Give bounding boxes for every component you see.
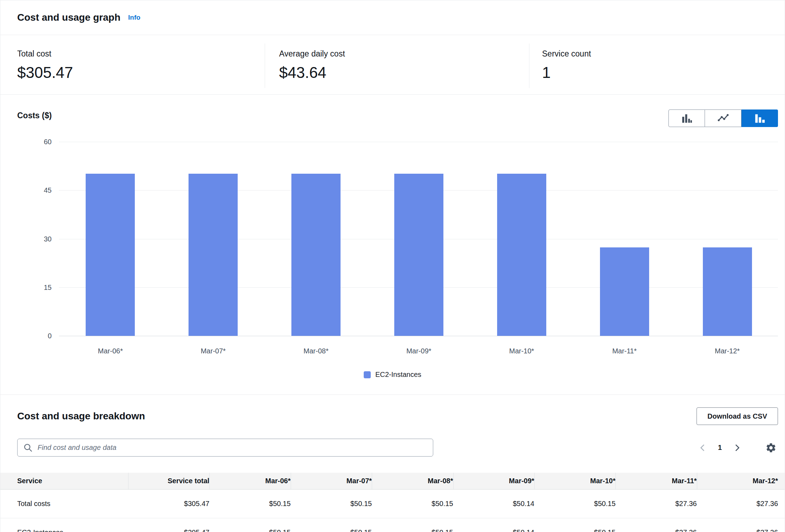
stat-label: Service count	[542, 49, 785, 59]
table-cell: $50.15	[291, 518, 372, 532]
table-body: Total costs$305.47$50.15$50.15$50.15$50.…	[0, 490, 785, 532]
y-axis-label: 30	[17, 235, 52, 243]
x-axis-label: Mar-08*	[265, 347, 368, 355]
table-cell: $50.15	[209, 490, 290, 518]
download-csv-button[interactable]: Download as CSV	[697, 407, 778, 425]
y-axis-label: 0	[17, 332, 52, 340]
chart-bar[interactable]	[703, 247, 752, 336]
chart-bar[interactable]	[394, 174, 443, 336]
table-cell: $27.36	[697, 490, 778, 518]
table-header-cell: Mar-12*	[697, 473, 778, 489]
stat-label: Total cost	[17, 49, 265, 59]
chart-bar[interactable]	[86, 174, 135, 336]
page-header: Cost and usage graph Info	[0, 0, 785, 35]
stats-row: Total cost $305.47 Average daily cost $4…	[0, 35, 785, 95]
table-cell: $27.36	[615, 490, 697, 518]
chart-legend[interactable]: EC2-Instances	[0, 371, 785, 379]
table-cell: Total costs	[17, 490, 128, 518]
table-cell: $50.15	[534, 490, 615, 518]
table-cell: EC2-Instances	[17, 518, 128, 532]
table-row: Total costs$305.47$50.15$50.15$50.15$50.…	[0, 490, 785, 518]
table-header-cell: Mar-07*	[291, 473, 372, 489]
current-page-number[interactable]: 1	[718, 444, 722, 452]
stat-value: 1	[542, 64, 785, 81]
table-cell: $50.15	[372, 490, 453, 518]
pagination: 1	[697, 441, 778, 455]
table-cell: $305.47	[128, 490, 209, 518]
chart-section: Costs ($)	[0, 95, 785, 395]
stat-value: $43.64	[279, 64, 529, 81]
chart-bar[interactable]	[600, 247, 649, 336]
chart-bar[interactable]	[189, 174, 238, 336]
stat-value: $305.47	[17, 64, 265, 81]
gear-icon	[765, 442, 777, 453]
chevron-left-icon	[698, 443, 707, 452]
cost-usage-table: ServiceService totalMar-06*Mar-07*Mar-08…	[0, 473, 785, 532]
stat-total-cost: Total cost $305.47	[0, 35, 265, 94]
table-header-cell: Mar-06*	[209, 473, 290, 489]
grid-line	[59, 142, 778, 142]
table-cell: $50.15	[372, 518, 453, 532]
table-header-cell: Service total	[128, 473, 209, 489]
stat-label: Average daily cost	[279, 49, 529, 59]
chart-bar[interactable]	[497, 174, 546, 336]
table-header-cell: Service	[17, 473, 128, 489]
table-cell: $50.15	[291, 490, 372, 518]
table-cell: $50.15	[209, 518, 290, 532]
x-axis-label: Mar-12*	[676, 347, 779, 355]
table-header-cell: Mar-11*	[615, 473, 697, 489]
chart-bar[interactable]	[291, 174, 341, 336]
x-axis-label: Mar-10*	[470, 347, 573, 355]
table-cell: $50.14	[453, 490, 534, 518]
page-title: Cost and usage graph	[17, 12, 120, 23]
chart-plot: 015304560Mar-06*Mar-07*Mar-08*Mar-09*Mar…	[0, 95, 785, 394]
next-page-button[interactable]	[731, 442, 743, 454]
y-axis-label: 45	[17, 186, 52, 194]
legend-label: EC2-Instances	[375, 371, 421, 379]
table-header-cell: Mar-09*	[453, 473, 534, 489]
previous-page-button[interactable]	[697, 442, 709, 454]
table-row: EC2-Instances$305.47$50.15$50.15$50.15$5…	[0, 518, 785, 532]
settings-button[interactable]	[764, 441, 778, 455]
cost-usage-panel: Cost and usage graph Info Total cost $30…	[0, 0, 785, 532]
breakdown-toolbar: 1	[17, 439, 778, 457]
table-cell: $50.15	[534, 518, 615, 532]
y-axis-label: 15	[17, 283, 52, 291]
table-header-cell: Mar-08*	[372, 473, 453, 489]
x-axis-label: Mar-07*	[162, 347, 265, 355]
y-axis-label: 60	[17, 138, 52, 146]
search-box[interactable]	[17, 439, 433, 457]
stat-service-count: Service count 1	[529, 35, 785, 94]
table-cell: $27.36	[697, 518, 778, 532]
info-link[interactable]: Info	[128, 14, 140, 21]
x-axis-label: Mar-06*	[59, 347, 162, 355]
breakdown-section: Cost and usage breakdown Download as CSV…	[0, 407, 785, 532]
search-input[interactable]	[38, 444, 427, 452]
table-header-cell: Mar-10*	[534, 473, 615, 489]
table-cell: $27.36	[615, 518, 697, 532]
table-header-row: ServiceService totalMar-06*Mar-07*Mar-08…	[0, 473, 785, 490]
legend-color-swatch	[364, 371, 371, 378]
breakdown-title: Cost and usage breakdown	[17, 411, 145, 422]
x-axis-label: Mar-11*	[573, 347, 676, 355]
stat-average-daily-cost: Average daily cost $43.64	[265, 35, 529, 94]
x-axis-label: Mar-09*	[368, 347, 470, 355]
grid-line	[59, 336, 778, 336]
table-cell: $50.14	[453, 518, 534, 532]
chevron-right-icon	[732, 443, 741, 452]
search-icon	[23, 443, 33, 453]
table-cell: $305.47	[128, 518, 209, 532]
